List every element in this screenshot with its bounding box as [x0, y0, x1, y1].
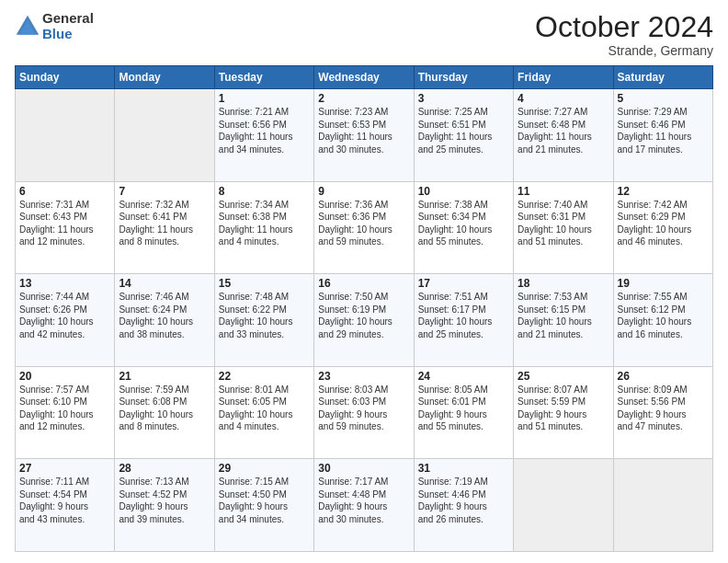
- day-number: 11: [518, 185, 609, 198]
- day-number: 26: [618, 370, 709, 383]
- calendar-cell: 22Sunrise: 8:01 AM Sunset: 6:05 PM Dayli…: [214, 366, 313, 459]
- calendar-cell: 2Sunrise: 7:23 AM Sunset: 6:53 PM Daylig…: [314, 89, 414, 182]
- day-number: 15: [219, 277, 310, 290]
- cell-content: Sunrise: 7:57 AM Sunset: 6:10 PM Dayligh…: [19, 384, 110, 433]
- cell-content: Sunrise: 7:11 AM Sunset: 4:54 PM Dayligh…: [19, 476, 110, 525]
- month-title: October 2024: [535, 11, 713, 43]
- day-number: 24: [418, 370, 509, 383]
- col-header-tuesday: Tuesday: [214, 66, 313, 89]
- logo-text: General Blue: [42, 11, 94, 41]
- header-row: SundayMondayTuesdayWednesdayThursdayFrid…: [16, 66, 713, 89]
- cell-content: Sunrise: 8:07 AM Sunset: 5:59 PM Dayligh…: [518, 384, 609, 433]
- day-number: 2: [318, 92, 409, 105]
- day-number: 4: [518, 92, 609, 105]
- day-number: 5: [618, 92, 709, 105]
- calendar-cell: 9Sunrise: 7:36 AM Sunset: 6:36 PM Daylig…: [314, 181, 414, 274]
- cell-content: Sunrise: 7:50 AM Sunset: 6:19 PM Dayligh…: [318, 291, 409, 340]
- calendar-cell: [514, 459, 613, 552]
- calendar-table: SundayMondayTuesdayWednesdayThursdayFrid…: [15, 65, 713, 552]
- calendar-cell: 5Sunrise: 7:29 AM Sunset: 6:46 PM Daylig…: [613, 89, 712, 182]
- day-number: 3: [418, 92, 509, 105]
- calendar-cell: 19Sunrise: 7:55 AM Sunset: 6:12 PM Dayli…: [613, 274, 712, 367]
- day-number: 6: [19, 185, 110, 198]
- calendar-cell: 20Sunrise: 7:57 AM Sunset: 6:10 PM Dayli…: [16, 366, 115, 459]
- day-number: 17: [418, 277, 509, 290]
- calendar-cell: 4Sunrise: 7:27 AM Sunset: 6:48 PM Daylig…: [514, 89, 613, 182]
- day-number: 28: [119, 462, 210, 475]
- col-header-saturday: Saturday: [613, 66, 712, 89]
- cell-content: Sunrise: 7:36 AM Sunset: 6:36 PM Dayligh…: [318, 199, 409, 248]
- calendar-cell: 29Sunrise: 7:15 AM Sunset: 4:50 PM Dayli…: [214, 459, 313, 552]
- logo-icon: [15, 14, 40, 40]
- day-number: 1: [219, 92, 310, 105]
- calendar-cell: 23Sunrise: 8:03 AM Sunset: 6:03 PM Dayli…: [314, 366, 414, 459]
- day-number: 14: [119, 277, 210, 290]
- calendar-cell: 16Sunrise: 7:50 AM Sunset: 6:19 PM Dayli…: [314, 274, 414, 367]
- cell-content: Sunrise: 7:38 AM Sunset: 6:34 PM Dayligh…: [418, 199, 509, 248]
- cell-content: Sunrise: 7:40 AM Sunset: 6:31 PM Dayligh…: [518, 199, 609, 248]
- cell-content: Sunrise: 7:51 AM Sunset: 6:17 PM Dayligh…: [418, 291, 509, 340]
- day-number: 9: [318, 185, 409, 198]
- col-header-thursday: Thursday: [414, 66, 513, 89]
- day-number: 30: [318, 462, 409, 475]
- calendar-cell: 8Sunrise: 7:34 AM Sunset: 6:38 PM Daylig…: [214, 181, 313, 274]
- calendar-cell: 27Sunrise: 7:11 AM Sunset: 4:54 PM Dayli…: [16, 459, 115, 552]
- title-block: October 2024 Strande, Germany: [535, 11, 713, 58]
- week-row-3: 13Sunrise: 7:44 AM Sunset: 6:26 PM Dayli…: [16, 274, 713, 367]
- header: General Blue October 2024 Strande, Germa…: [15, 11, 713, 58]
- cell-content: Sunrise: 7:27 AM Sunset: 6:48 PM Dayligh…: [518, 106, 609, 155]
- col-header-monday: Monday: [115, 66, 214, 89]
- cell-content: Sunrise: 7:55 AM Sunset: 6:12 PM Dayligh…: [618, 291, 709, 340]
- calendar-cell: 11Sunrise: 7:40 AM Sunset: 6:31 PM Dayli…: [514, 181, 613, 274]
- calendar-cell: 6Sunrise: 7:31 AM Sunset: 6:43 PM Daylig…: [16, 181, 115, 274]
- logo-blue: Blue: [42, 27, 94, 42]
- calendar-cell: 25Sunrise: 8:07 AM Sunset: 5:59 PM Dayli…: [514, 366, 613, 459]
- calendar-cell: 28Sunrise: 7:13 AM Sunset: 4:52 PM Dayli…: [115, 459, 214, 552]
- calendar-cell: 14Sunrise: 7:46 AM Sunset: 6:24 PM Dayli…: [115, 274, 214, 367]
- calendar-cell: 21Sunrise: 7:59 AM Sunset: 6:08 PM Dayli…: [115, 366, 214, 459]
- cell-content: Sunrise: 8:05 AM Sunset: 6:01 PM Dayligh…: [418, 384, 509, 433]
- cell-content: Sunrise: 8:09 AM Sunset: 5:56 PM Dayligh…: [618, 384, 709, 433]
- day-number: 29: [219, 462, 310, 475]
- calendar-cell: 1Sunrise: 7:21 AM Sunset: 6:56 PM Daylig…: [214, 89, 313, 182]
- calendar-cell: 24Sunrise: 8:05 AM Sunset: 6:01 PM Dayli…: [414, 366, 513, 459]
- week-row-1: 1Sunrise: 7:21 AM Sunset: 6:56 PM Daylig…: [16, 89, 713, 182]
- cell-content: Sunrise: 7:44 AM Sunset: 6:26 PM Dayligh…: [19, 291, 110, 340]
- week-row-2: 6Sunrise: 7:31 AM Sunset: 6:43 PM Daylig…: [16, 181, 713, 274]
- calendar-cell: [115, 89, 214, 182]
- day-number: 18: [518, 277, 609, 290]
- cell-content: Sunrise: 7:21 AM Sunset: 6:56 PM Dayligh…: [219, 106, 310, 155]
- day-number: 27: [19, 462, 110, 475]
- cell-content: Sunrise: 7:53 AM Sunset: 6:15 PM Dayligh…: [518, 291, 609, 340]
- cell-content: Sunrise: 7:31 AM Sunset: 6:43 PM Dayligh…: [19, 199, 110, 248]
- cell-content: Sunrise: 8:01 AM Sunset: 6:05 PM Dayligh…: [219, 384, 310, 433]
- calendar-cell: [613, 459, 712, 552]
- cell-content: Sunrise: 7:17 AM Sunset: 4:48 PM Dayligh…: [318, 476, 409, 525]
- cell-content: Sunrise: 7:29 AM Sunset: 6:46 PM Dayligh…: [618, 106, 709, 155]
- calendar-cell: [16, 89, 115, 182]
- day-number: 12: [618, 185, 709, 198]
- page: General Blue October 2024 Strande, Germa…: [0, 0, 728, 563]
- calendar-cell: 10Sunrise: 7:38 AM Sunset: 6:34 PM Dayli…: [414, 181, 513, 274]
- day-number: 23: [318, 370, 409, 383]
- cell-content: Sunrise: 7:19 AM Sunset: 4:46 PM Dayligh…: [418, 476, 509, 525]
- cell-content: Sunrise: 7:13 AM Sunset: 4:52 PM Dayligh…: [119, 476, 210, 525]
- day-number: 31: [418, 462, 509, 475]
- location: Strande, Germany: [535, 43, 713, 58]
- calendar-cell: 7Sunrise: 7:32 AM Sunset: 6:41 PM Daylig…: [115, 181, 214, 274]
- day-number: 10: [418, 185, 509, 198]
- cell-content: Sunrise: 7:42 AM Sunset: 6:29 PM Dayligh…: [618, 199, 709, 248]
- day-number: 25: [518, 370, 609, 383]
- cell-content: Sunrise: 7:48 AM Sunset: 6:22 PM Dayligh…: [219, 291, 310, 340]
- day-number: 20: [19, 370, 110, 383]
- week-row-5: 27Sunrise: 7:11 AM Sunset: 4:54 PM Dayli…: [16, 459, 713, 552]
- col-header-sunday: Sunday: [16, 66, 115, 89]
- calendar-cell: 13Sunrise: 7:44 AM Sunset: 6:26 PM Dayli…: [16, 274, 115, 367]
- cell-content: Sunrise: 7:59 AM Sunset: 6:08 PM Dayligh…: [119, 384, 210, 433]
- calendar-cell: 30Sunrise: 7:17 AM Sunset: 4:48 PM Dayli…: [314, 459, 414, 552]
- cell-content: Sunrise: 7:23 AM Sunset: 6:53 PM Dayligh…: [318, 106, 409, 155]
- cell-content: Sunrise: 7:34 AM Sunset: 6:38 PM Dayligh…: [219, 199, 310, 248]
- day-number: 21: [119, 370, 210, 383]
- calendar-cell: 12Sunrise: 7:42 AM Sunset: 6:29 PM Dayli…: [613, 181, 712, 274]
- week-row-4: 20Sunrise: 7:57 AM Sunset: 6:10 PM Dayli…: [16, 366, 713, 459]
